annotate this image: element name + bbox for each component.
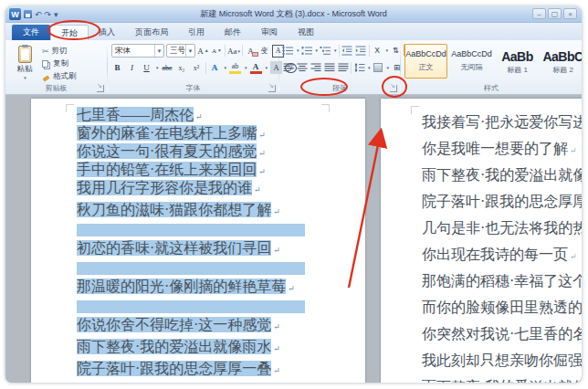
text-line[interactable]: 秋刀鱼的滋味·猫跟你都想了解 — [77, 202, 358, 220]
paste-button[interactable]: 粘贴 ▾ — [10, 44, 39, 84]
paragraph[interactable]: 秋刀鱼的滋味·猫跟你都想了解 — [77, 202, 358, 220]
text-line[interactable]: 那饱满的稻穗·幸福了这个季 — [422, 273, 582, 291]
font-size-combo[interactable]: 三号 ▼ — [166, 44, 195, 58]
selected-text[interactable]: 院子落叶·跟我的思念厚厚一叠 — [77, 361, 271, 376]
numbering-icon[interactable] — [301, 44, 313, 57]
selected-text[interactable]: 窗外的麻雀·在电线杆上多嘴 — [77, 125, 257, 141]
close-button[interactable]: × — [563, 8, 577, 19]
selected-text[interactable]: 你说这一句·很有夏天的感觉 — [77, 143, 257, 159]
paragraph[interactable]: 初恋的香味·就这样被我们寻回 — [77, 240, 358, 258]
selected-text[interactable]: 你说你舍不得吃掉·这一种感觉 — [77, 317, 271, 332]
selected-blank-paragraph[interactable] — [77, 262, 305, 275]
paragraph[interactable]: 院子落叶·跟我的思念厚厚一叠 — [77, 361, 358, 379]
text-line[interactable]: 我此刻却只想亲吻你倔强的 — [422, 352, 582, 371]
align-left-icon[interactable] — [282, 61, 294, 74]
tab-邮件[interactable]: 邮件 — [215, 25, 251, 40]
selected-blank-paragraph[interactable] — [77, 300, 305, 313]
tab-file[interactable]: 文件 — [12, 25, 50, 40]
style-card-正文[interactable]: AaBbCcDd正文 — [404, 44, 447, 79]
text-line[interactable]: 雨下整夜·我的爱溢出就像雨水 — [77, 339, 358, 357]
clear-formatting-icon[interactable]: A — [245, 45, 257, 58]
tab-开始[interactable]: 开始 — [50, 25, 89, 40]
clipboard-dialog-launcher[interactable] — [97, 85, 104, 92]
copy-button[interactable]: 复制 — [42, 58, 77, 70]
chevron-down-icon[interactable]: ▼ — [154, 45, 163, 57]
text-line[interactable]: 手中的铅笔·在纸上来来回回 — [77, 162, 358, 180]
font-dialog-launcher[interactable] — [268, 85, 276, 92]
tab-页面布局[interactable]: 页面布局 — [125, 25, 178, 40]
bold-button[interactable]: B — [111, 61, 123, 74]
distribute-icon[interactable] — [337, 61, 349, 74]
grow-font-button[interactable]: A▲ — [197, 45, 209, 58]
font-name-combo[interactable]: 宋体 ▼ — [111, 44, 164, 58]
text-line[interactable]: 七里香——周杰伦 — [77, 107, 358, 125]
tab-引用[interactable]: 引用 — [178, 25, 215, 40]
paragraph[interactable]: 你说你舍不得吃掉·这一种感觉 — [77, 317, 358, 335]
decrease-indent-icon[interactable] — [341, 44, 353, 57]
bullets-icon[interactable] — [282, 44, 294, 57]
selected-blank-paragraph[interactable] — [77, 224, 305, 237]
right-page-text[interactable]: 我接着写·把永远爱你写进诗你是我唯一想要的了解雨下整夜·我的爱溢出就像雨院子落叶… — [422, 114, 582, 383]
selected-text[interactable]: 秋刀鱼的滋味·猫跟你都想了解 — [77, 202, 271, 217]
tab-视图[interactable]: 视图 — [288, 25, 324, 40]
shrink-font-button[interactable]: A▼ — [211, 45, 223, 58]
selected-text[interactable]: 那温暖的阳光·像刚摘的鲜艳草莓 — [77, 279, 286, 294]
text-line[interactable]: 雨下整夜·我的爱溢出就像雨 — [422, 167, 582, 185]
align-center-icon[interactable] — [296, 61, 308, 74]
selected-text[interactable]: 雨下整夜·我的爱溢出就像雨水 — [77, 339, 271, 354]
tab-审阅[interactable]: 审阅 — [251, 25, 288, 40]
text-line[interactable]: 初恋的香味·就这样被我们寻回 — [77, 240, 358, 258]
selected-text[interactable]: 手中的铅笔·在纸上来来回回 — [77, 162, 257, 177]
text-line[interactable]: 院子落叶·跟我的思念厚厚一叠 — [77, 361, 358, 379]
asian-layout-icon[interactable]: X — [372, 44, 383, 57]
underline-button[interactable]: U — [141, 61, 152, 74]
style-card-标题 1[interactable]: AaBb标题 1 — [496, 44, 539, 79]
multilevel-list-icon[interactable] — [320, 44, 331, 57]
italic-button[interactable]: I — [126, 61, 138, 74]
superscript-button[interactable]: x² — [191, 61, 203, 74]
selected-text[interactable]: 我用几行字形容你是我的谁 — [77, 180, 252, 195]
text-line[interactable]: 你突然对我说·七里香的名字 — [422, 326, 582, 344]
text-line[interactable]: 窗外的麻雀·在电线杆上多嘴 — [77, 125, 358, 143]
tab-插入[interactable]: 插入 — [89, 25, 125, 40]
subscript-button[interactable]: x₂ — [176, 61, 188, 74]
chevron-down-icon[interactable]: ▼ — [185, 45, 194, 57]
text-line[interactable]: 我用几行字形容你是我的谁 — [77, 180, 358, 198]
format-painter-button[interactable]: 格式刷 — [42, 70, 77, 83]
text-line[interactable]: 我接着写·把永远爱你写进诗 — [422, 114, 582, 132]
line-spacing-icon[interactable] — [353, 61, 365, 74]
text-line[interactable]: 而你的脸颊像田里熟透的蕃 — [422, 300, 582, 318]
style-card-无间隔[interactable]: AaBbCcDd无间隔 — [450, 44, 493, 79]
text-line[interactable]: 你是我唯一想要的了解 — [422, 141, 582, 159]
selected-text[interactable]: 七里香——周杰伦 — [77, 107, 194, 122]
style-card-标题 2[interactable]: AaBbC标题 2 — [541, 44, 582, 79]
strikethrough-button[interactable]: abc — [162, 61, 173, 74]
maximize-button[interactable]: ▢ — [548, 8, 562, 19]
paragraph[interactable]: 七里香——周杰伦窗外的麻雀·在电线杆上多嘴你说这一句·很有夏天的感觉手中的铅笔·… — [77, 107, 358, 198]
text-line[interactable]: 你说你舍不得吃掉·这一种感觉 — [77, 317, 358, 335]
page-left[interactable]: 七里香——周杰伦窗外的麻雀·在电线杆上多嘴你说这一句·很有夏天的感觉手中的铅笔·… — [31, 99, 365, 383]
increase-indent-icon[interactable] — [355, 44, 367, 57]
page-right[interactable]: 我接着写·把永远爱你写进诗你是我唯一想要的了解雨下整夜·我的爱溢出就像雨院子落叶… — [381, 99, 582, 383]
paragraph-dialog-launcher[interactable] — [390, 85, 397, 92]
phonetic-guide-icon[interactable]: 变 — [258, 45, 270, 58]
shading-icon[interactable] — [373, 61, 384, 74]
text-line[interactable]: 你说这一句·很有夏天的感觉 — [77, 143, 358, 162]
paragraph[interactable]: 雨下整夜·我的爱溢出就像雨水 — [77, 339, 358, 357]
paragraph[interactable]: 那温暖的阳光·像刚摘的鲜艳草莓 — [77, 279, 358, 297]
change-case-button[interactable]: Aa▾ — [227, 45, 240, 58]
paste-dropdown-icon[interactable]: ▾ — [12, 75, 38, 80]
font-color-icon[interactable]: A — [250, 61, 262, 74]
align-right-icon[interactable] — [310, 61, 321, 74]
text-line[interactable]: 几句是非·也无法将我的热情 — [422, 220, 582, 238]
text-line[interactable]: 那温暖的阳光·像刚摘的鲜艳草莓 — [77, 279, 358, 297]
selected-text[interactable]: 初恋的香味·就这样被我们寻回 — [77, 240, 271, 256]
left-page-text[interactable]: 七里香——周杰伦窗外的麻雀·在电线杆上多嘴你说这一句·很有夏天的感觉手中的铅笔·… — [77, 107, 358, 383]
text-effects-icon[interactable]: A — [209, 61, 221, 74]
minimize-button[interactable]: – — [532, 8, 546, 19]
text-line[interactable]: 院子落叶·跟我的思念厚厚一 — [422, 194, 582, 212]
justify-icon[interactable] — [323, 61, 335, 74]
cut-button[interactable]: ✂ 剪切 — [42, 45, 77, 58]
text-line[interactable]: 你出现在我诗的每一页 — [422, 247, 582, 265]
text-highlight-icon[interactable]: ab — [229, 61, 241, 74]
